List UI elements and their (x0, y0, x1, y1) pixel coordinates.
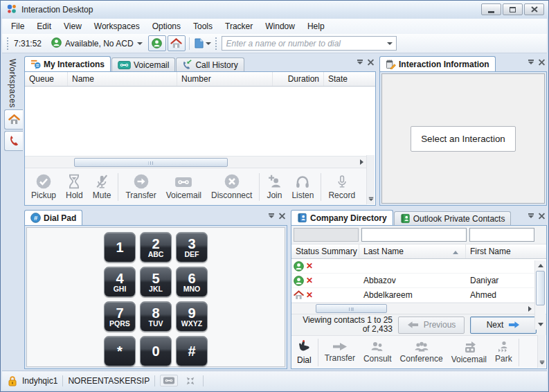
contact-row[interactable]: ✕ (291, 259, 535, 274)
sidebar-tab-home[interactable] (4, 109, 23, 130)
menu-help[interactable]: Help (301, 19, 331, 33)
listen-button[interactable]: Listen (287, 170, 318, 204)
last-name-filter-input[interactable] (361, 228, 467, 242)
column-duration[interactable]: Duration (273, 72, 324, 86)
dial-button[interactable]: Dial (293, 337, 316, 368)
key-pound[interactable]: # (176, 336, 208, 366)
panel-menu-icon[interactable] (528, 60, 534, 64)
pickup-button[interactable]: Pickup (26, 170, 61, 204)
menu-tracker[interactable]: Tracker (219, 19, 259, 33)
scrollbar-thumb[interactable] (316, 304, 386, 313)
status-dropdown[interactable]: Available, No ACD (47, 36, 147, 51)
column-last-name[interactable]: Last Name (359, 244, 466, 258)
column-first-name[interactable]: First Name (466, 244, 535, 258)
key-star[interactable]: * (104, 336, 136, 366)
first-name-filter-input[interactable] (469, 228, 534, 242)
scroll-up-icon[interactable] (535, 260, 546, 271)
key-7[interactable]: 7PQRS (104, 301, 136, 332)
tab-dial-pad[interactable]: # Dial Pad (24, 210, 82, 225)
scroll-left-icon[interactable] (25, 157, 36, 168)
transfer-contact-button[interactable]: Transfer (321, 337, 359, 368)
new-interaction-button[interactable] (193, 35, 213, 51)
maximize-button[interactable] (503, 3, 523, 15)
toolbar-overflow[interactable] (537, 335, 546, 368)
menu-window[interactable]: Window (259, 19, 301, 33)
previous-button[interactable]: Previous (398, 317, 465, 334)
transfer-button[interactable]: Transfer (120, 170, 161, 204)
voicemail-arrow-icon (460, 341, 477, 353)
panel-close-icon[interactable] (368, 59, 374, 65)
interactions-table-body[interactable] (25, 87, 375, 156)
panel-close-icon[interactable] (539, 59, 545, 65)
tab-interaction-information[interactable]: Interaction Information (379, 56, 496, 71)
column-queue[interactable]: Queue (25, 72, 68, 86)
menu-edit[interactable]: Edit (30, 19, 57, 33)
consult-button[interactable]: Consult (359, 337, 396, 368)
panel-menu-icon[interactable] (357, 60, 363, 64)
toolbar-grip[interactable] (215, 37, 218, 50)
record-button[interactable]: Record (323, 170, 360, 204)
tab-voicemail[interactable]: Voicemail (111, 57, 175, 71)
scroll-right-icon[interactable] (524, 303, 535, 314)
tab-company-directory[interactable]: Company Directory (291, 210, 393, 225)
join-button[interactable]: Join (262, 170, 287, 204)
voicemail-contact-button[interactable]: Voicemail (447, 337, 491, 368)
next-button[interactable]: Next (470, 317, 537, 334)
column-state[interactable]: State (324, 72, 375, 86)
column-status-summary[interactable]: Status Summary (291, 244, 359, 258)
scrollbar-thumb[interactable] (536, 271, 545, 305)
column-number[interactable]: Number (177, 72, 273, 86)
hold-button[interactable]: Hold (61, 170, 88, 204)
scroll-left-icon[interactable] (291, 303, 303, 314)
menu-workspaces[interactable]: Workspaces (88, 19, 146, 33)
dial-input[interactable] (222, 37, 387, 49)
minimize-button[interactable] (481, 3, 501, 15)
key-6[interactable]: 6MNO (176, 267, 208, 297)
panel-close-icon[interactable] (539, 213, 545, 219)
voicemail-button[interactable]: Voicemail (161, 170, 206, 204)
contact-row[interactable]: ✕ Abbazov Daniyar (291, 274, 535, 288)
sidebar-tab-phone[interactable] (4, 131, 23, 151)
conference-button[interactable]: Conference (396, 337, 447, 368)
column-name[interactable]: Name (68, 72, 177, 86)
panel-menu-icon[interactable] (269, 213, 274, 218)
key-3[interactable]: 3DEF (176, 232, 208, 262)
key-8[interactable]: 8TUV (140, 301, 172, 332)
title-bar[interactable]: Interaction Desktop (1, 1, 548, 19)
voicemail-status-button[interactable] (160, 375, 178, 386)
key-2[interactable]: 2ABC (140, 232, 172, 262)
disconnect-button[interactable]: Disconnect (206, 170, 257, 204)
scrollbar-thumb[interactable] (74, 158, 228, 167)
scroll-right-icon[interactable] (356, 157, 367, 168)
key-1[interactable]: 1 (104, 232, 136, 262)
key-9[interactable]: 9WXYZ (176, 301, 208, 332)
toolbar-grip[interactable] (6, 37, 9, 50)
interactions-hscrollbar[interactable] (25, 156, 367, 168)
interactions-body: Queue Name Number Duration State Pickup (24, 71, 376, 206)
directory-hscrollbar[interactable] (291, 303, 535, 314)
panel-menu-icon[interactable] (528, 213, 534, 218)
panel-close-icon[interactable] (279, 213, 285, 219)
tab-call-history[interactable]: Call History (176, 57, 244, 71)
directory-vscrollbar[interactable] (534, 260, 546, 330)
menu-options[interactable]: Options (146, 19, 187, 33)
close-button[interactable] (524, 3, 544, 15)
park-button[interactable]: Park (491, 337, 516, 368)
key-0[interactable]: 0 (140, 336, 172, 366)
home-view-button[interactable] (168, 35, 186, 51)
tab-outlook-private-contacts[interactable]: Outlook Private Contacts (394, 211, 512, 225)
mute-button[interactable]: Mute (88, 170, 116, 204)
contact-row[interactable]: ✕ Abdelkareem Ahmed (291, 288, 535, 303)
tab-my-interactions[interactable]: My Interactions (24, 56, 111, 71)
dial-dropdown-caret[interactable] (387, 42, 393, 45)
menu-tools[interactable]: Tools (187, 19, 219, 33)
dock-windows-button[interactable] (183, 374, 198, 388)
key-5[interactable]: 5JKL (140, 267, 172, 297)
toolbar-overflow[interactable] (366, 155, 375, 204)
menu-file[interactable]: File (5, 19, 30, 33)
scroll-down-icon[interactable] (535, 319, 546, 330)
my-status-button[interactable] (148, 35, 166, 51)
select-interaction-button[interactable]: Select an Interaction (411, 126, 516, 152)
key-4[interactable]: 4GHI (104, 267, 136, 297)
menu-view[interactable]: View (57, 19, 88, 33)
